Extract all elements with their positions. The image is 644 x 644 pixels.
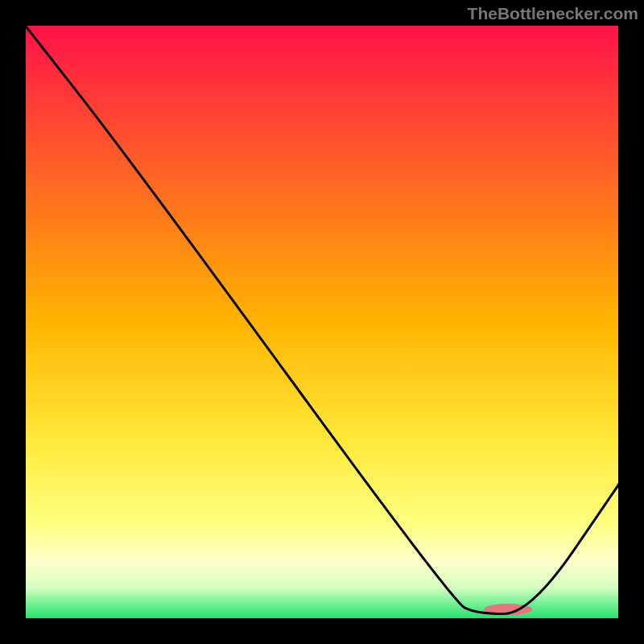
gradient-background: [24, 24, 620, 620]
chart-svg: [0, 0, 644, 644]
watermark-text: TheBottlenecker.com: [468, 4, 638, 23]
